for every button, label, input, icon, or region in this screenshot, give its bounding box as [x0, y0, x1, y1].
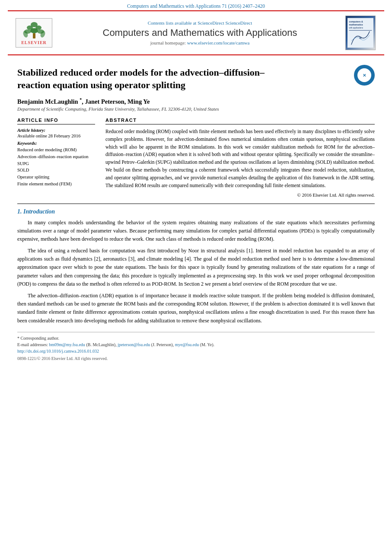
issn-info: 0898-1221/© 2016 Elsevier Ltd. All right…	[17, 356, 375, 361]
email-2-link[interactable]: jpeterson@fsu.edu	[118, 342, 150, 347]
article-info-heading: ARTICLE INFO	[17, 118, 95, 124]
journal-cover-image: computers & mathematics with application…	[345, 16, 376, 50]
article-title: Stabilized reduced order models for the …	[17, 67, 268, 91]
email-3-link[interactable]: mye@fsu.edu	[175, 342, 199, 347]
sciencedirect-text: Contents lists available at ScienceDirec…	[61, 20, 338, 25]
crossmark-badge[interactable]: ✕	[354, 65, 375, 86]
copyright: © 2016 Elsevier Ltd. All rights reserved…	[105, 192, 375, 197]
intro-paragraph-1: In many complex models understanding the…	[17, 219, 375, 244]
keyword-1: Reduced order modeling (ROM)	[17, 146, 95, 153]
elsevier-text: ELSEVIER	[21, 40, 47, 45]
footnote-area: * Corresponding author. E-mail addresses…	[17, 332, 375, 361]
keyword-4: SOLD	[17, 167, 95, 174]
intro-paragraph-3: The advection–diffusion–reaction (ADR) e…	[17, 292, 375, 325]
section-divider	[17, 204, 375, 204]
keyword-3: SUPG	[17, 160, 95, 167]
abstract-heading: ABSTRACT	[105, 118, 375, 124]
svg-rect-6	[33, 33, 35, 38]
corresponding-author-mark: *	[80, 97, 82, 102]
main-content: Stabilized reduced order models for the …	[0, 55, 392, 369]
svg-rect-13	[349, 30, 372, 31]
abstract-text: Reduced order modeling (ROM) coupled wit…	[105, 128, 375, 190]
keywords-list: Reduced order modeling (ROM) Advection–d…	[17, 146, 95, 188]
authors: Benjamin McLaughlin *, Janet Peterson, M…	[17, 97, 375, 105]
intro-heading: 1. Introduction	[17, 208, 375, 215]
crossmark-icon: ✕	[357, 68, 371, 82]
keyword-5: Operator splitting	[17, 174, 95, 181]
history-value: Available online 28 February 2016	[17, 134, 95, 138]
article-info-column: ARTICLE INFO Article history: Available …	[17, 118, 95, 197]
tree-icon	[21, 21, 47, 39]
doi-link: http://dx.doi.org/10.1016/j.camwa.2016.0…	[17, 348, 375, 354]
journal-homepage: journal homepage: www.elsevier.com/locat…	[61, 40, 338, 45]
svg-text:mathematics: mathematics	[349, 23, 363, 26]
corresponding-author-note: * Corresponding author.	[17, 335, 375, 341]
email-1-link[interactable]: bm09m@my.fsu.edu	[49, 342, 85, 347]
intro-paragraph-2: The idea of using a reduced basis for co…	[17, 247, 375, 288]
keywords-label: Keywords:	[17, 141, 95, 146]
journal-thumbnail: computers & mathematics with application…	[345, 16, 376, 50]
journal-header: ELSEVIER Contents lists available at Sci…	[8, 10, 384, 55]
journal-title-area: Contents lists available at ScienceDirec…	[61, 20, 338, 45]
elsevier-logo-area: ELSEVIER	[16, 18, 54, 48]
title-row: Stabilized reduced order models for the …	[17, 61, 375, 95]
svg-point-5	[30, 28, 38, 33]
doi-anchor[interactable]: http://dx.doi.org/10.1016/j.camwa.2016.0…	[17, 349, 99, 353]
affiliation: Department of Scientific Computing, Flor…	[17, 106, 375, 111]
journal-reference: Computers and Mathematics with Applicati…	[0, 0, 392, 10]
keyword-2: Advection–diffusion–reaction equation	[17, 153, 95, 160]
abstract-column: ABSTRACT Reduced order modeling (ROM) co…	[105, 118, 375, 197]
email-addresses: E-mail addresses: bm09m@my.fsu.edu (B. M…	[17, 341, 375, 348]
keyword-6: Finite element method (FEM)	[17, 181, 95, 188]
svg-point-14	[359, 37, 361, 39]
elsevier-logo: ELSEVIER	[16, 18, 52, 48]
svg-text:computers &: computers &	[349, 20, 363, 23]
two-column-layout: ARTICLE INFO Article history: Available …	[17, 118, 375, 197]
journal-title: Computers and Mathematics with Applicati…	[61, 27, 338, 38]
history-label: Article history:	[17, 128, 95, 133]
svg-text:with applications: with applications	[349, 27, 363, 29]
